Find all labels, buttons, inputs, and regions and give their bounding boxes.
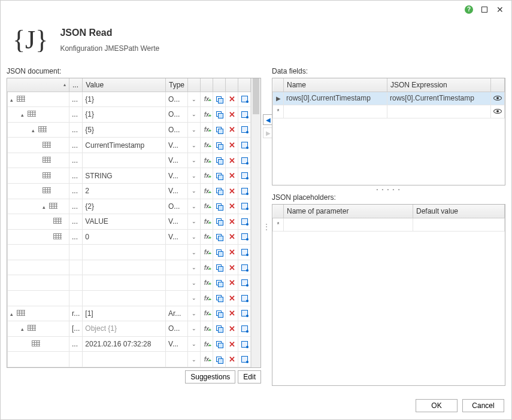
dropdown-icon[interactable]: ⌄ [188, 354, 200, 366]
edit-button[interactable]: Edit [238, 370, 261, 384]
data-field-row[interactable]: ▶ rows[0].CurrentTimestamp rows[0].Curre… [273, 92, 505, 105]
pin-icon[interactable] [238, 292, 250, 304]
pin-icon[interactable] [238, 139, 250, 151]
delete-icon[interactable]: ✕ [226, 322, 238, 334]
fx-icon[interactable]: fx [201, 261, 213, 273]
dropdown-icon[interactable]: ⌄ [188, 124, 200, 136]
data-field-new-row[interactable]: * [273, 105, 505, 118]
tree-row[interactable]: ▴...{5}O...⌄fx✕ [8, 122, 251, 138]
copy-icon[interactable] [213, 93, 225, 105]
tree-row[interactable]: ...2021.02.16 07:32:28V...⌄fx✕ [8, 336, 251, 352]
json-tree-table[interactable]: ▴ ... Value Type ▴...{1}O...⌄fx✕▴...{1}O… [7, 78, 251, 367]
dropdown-icon[interactable]: ⌄ [188, 338, 200, 350]
tree-row[interactable]: ▴...{2}O...⌄fx✕ [8, 199, 251, 214]
delete-icon[interactable]: ✕ [226, 246, 238, 258]
fx-icon[interactable]: fx [201, 215, 213, 227]
tree-row[interactable]: ...2V...⌄fx✕ [8, 183, 251, 199]
copy-icon[interactable] [213, 154, 225, 166]
pin-icon[interactable] [238, 261, 250, 273]
fx-icon[interactable]: fx [201, 231, 213, 243]
dropdown-icon[interactable]: ⌄ [188, 322, 200, 334]
placeholder-new-row[interactable]: * [273, 218, 505, 231]
fx-icon[interactable]: fx [201, 292, 213, 304]
copy-icon[interactable] [213, 292, 225, 304]
pin-icon[interactable] [238, 170, 250, 182]
fx-icon[interactable]: fx [201, 308, 213, 319]
copy-icon[interactable] [213, 215, 225, 227]
copy-icon[interactable] [213, 231, 225, 243]
fx-icon[interactable]: fx [201, 338, 213, 350]
dropdown-icon[interactable]: ⌄ [188, 231, 200, 243]
delete-icon[interactable]: ✕ [226, 124, 238, 136]
pin-icon[interactable] [238, 354, 250, 366]
copy-icon[interactable] [213, 322, 225, 334]
tree-row[interactable]: ...V...⌄fx✕ [8, 153, 251, 168]
delete-icon[interactable]: ✕ [226, 170, 238, 182]
cancel-button[interactable]: Cancel [462, 399, 504, 412]
expander-icon[interactable]: ▴ [10, 312, 16, 317]
copy-icon[interactable] [213, 108, 225, 120]
dropdown-icon[interactable]: ⌄ [188, 200, 200, 212]
delete-icon[interactable]: ✕ [226, 308, 238, 319]
tree-row[interactable]: ...VALUEV...⌄fx✕ [8, 214, 251, 230]
delete-icon[interactable]: ✕ [226, 154, 238, 166]
fx-icon[interactable]: fx [201, 108, 213, 120]
expander-icon[interactable]: ▴ [21, 327, 26, 332]
copy-icon[interactable] [213, 354, 225, 366]
copy-icon[interactable] [213, 185, 225, 197]
dropdown-icon[interactable]: ⌄ [188, 154, 200, 166]
tree-row[interactable]: ⌄fx✕ [8, 260, 251, 275]
delete-icon[interactable]: ✕ [226, 93, 238, 105]
fx-icon[interactable]: fx [201, 246, 213, 258]
tree-row[interactable]: ...CurrentTimestampV...⌄fx✕ [8, 138, 251, 153]
pin-icon[interactable] [238, 246, 250, 258]
eye-icon[interactable] [493, 96, 502, 101]
expander-icon[interactable]: ▴ [43, 205, 48, 210]
copy-icon[interactable] [213, 277, 225, 289]
tree-row[interactable]: ⌄fx✕ [8, 275, 251, 291]
expander-icon[interactable]: ▴ [32, 128, 37, 133]
pin-icon[interactable] [238, 231, 250, 243]
help-button[interactable]: ? [465, 5, 473, 14]
tree-row[interactable]: ...0V...⌄fx✕ [8, 229, 251, 245]
fx-icon[interactable]: fx [201, 154, 213, 166]
data-fields-table[interactable]: Name JSON Expression ▶ rows[0].CurrentTi… [272, 78, 505, 118]
dropdown-icon[interactable]: ⌄ [188, 170, 200, 182]
maximize-button[interactable] [480, 5, 489, 14]
copy-icon[interactable] [213, 261, 225, 273]
dropdown-icon[interactable]: ⌄ [188, 215, 200, 227]
copy-icon[interactable] [213, 308, 225, 319]
pin-icon[interactable] [238, 93, 250, 105]
tree-row[interactable]: ...STRINGV...⌄fx✕ [8, 168, 251, 184]
pin-icon[interactable] [238, 215, 250, 227]
expander-icon[interactable]: ▴ [10, 98, 16, 103]
expander-icon[interactable]: ▴ [21, 112, 26, 118]
delete-icon[interactable]: ✕ [226, 292, 238, 304]
field-expr-cell[interactable]: rows[0].CurrentTimestamp [387, 92, 491, 105]
fx-icon[interactable]: fx [201, 93, 213, 105]
copy-icon[interactable] [213, 139, 225, 151]
dropdown-icon[interactable]: ⌄ [188, 139, 200, 151]
copy-icon[interactable] [213, 170, 225, 182]
suggestions-button[interactable]: Suggestions [185, 370, 235, 384]
eye-icon[interactable] [493, 109, 502, 114]
dropdown-icon[interactable]: ⌄ [188, 308, 200, 319]
dropdown-icon[interactable]: ⌄ [188, 292, 200, 304]
tree-row[interactable]: ▴[...Object {1}O...⌄fx✕ [8, 321, 251, 337]
delete-icon[interactable]: ✕ [226, 215, 238, 227]
tree-row[interactable]: ▴...{1}O...⌄fx✕ [8, 107, 251, 123]
field-name-cell[interactable]: rows[0].CurrentTimestamp [284, 92, 387, 105]
tree-row[interactable]: ⌄fx✕ [8, 352, 251, 367]
fx-icon[interactable]: fx [201, 124, 213, 136]
fx-icon[interactable]: fx [201, 354, 213, 366]
pin-icon[interactable] [238, 308, 250, 319]
tree-row[interactable]: ▴r...[1]Ar...⌄fx✕ [8, 306, 251, 321]
delete-icon[interactable]: ✕ [226, 277, 238, 289]
pin-icon[interactable] [238, 185, 250, 197]
tree-row[interactable]: ⌄fx✕ [8, 245, 251, 260]
delete-icon[interactable]: ✕ [226, 338, 238, 350]
pin-icon[interactable] [238, 108, 250, 120]
pin-icon[interactable] [238, 338, 250, 350]
tree-row[interactable]: ⌄fx✕ [8, 291, 251, 306]
placeholders-table[interactable]: Name of parameter Default value * [272, 205, 505, 232]
